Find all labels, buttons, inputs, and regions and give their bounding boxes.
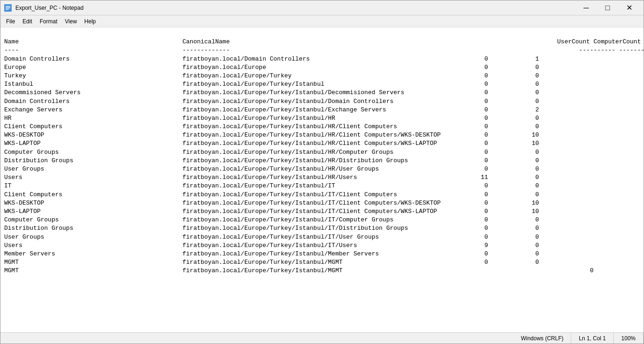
menu-bar: File Edit Format View Help xyxy=(0,15,644,28)
window-title: Export_User_PC - Notepad xyxy=(15,5,575,11)
svg-rect-3 xyxy=(6,9,9,10)
menu-edit[interactable]: Edit xyxy=(19,17,36,26)
title-bar: Export_User_PC - Notepad ─ □ ✕ xyxy=(0,0,644,15)
menu-help[interactable]: Help xyxy=(81,17,100,26)
menu-view[interactable]: View xyxy=(61,17,81,26)
svg-rect-1 xyxy=(6,6,10,7)
menu-file[interactable]: File xyxy=(2,17,19,26)
content-area xyxy=(0,28,644,332)
menu-format[interactable]: Format xyxy=(36,17,61,26)
app-icon xyxy=(4,4,12,12)
status-bar: Windows (CRLF) Ln 1, Col 1 100% xyxy=(0,332,644,344)
minimize-button[interactable]: ─ xyxy=(575,0,597,15)
line-ending-status: Windows (CRLF) xyxy=(513,333,571,344)
close-button[interactable]: ✕ xyxy=(618,0,640,15)
text-editor[interactable] xyxy=(0,28,644,332)
maximize-button[interactable]: □ xyxy=(597,0,618,15)
svg-rect-2 xyxy=(6,7,10,8)
window-controls: ─ □ ✕ xyxy=(575,0,640,15)
cursor-position-status: Ln 1, Col 1 xyxy=(571,333,614,344)
zoom-status: 100% xyxy=(614,333,644,344)
notepad-window: Export_User_PC - Notepad ─ □ ✕ File Edit… xyxy=(0,0,644,344)
